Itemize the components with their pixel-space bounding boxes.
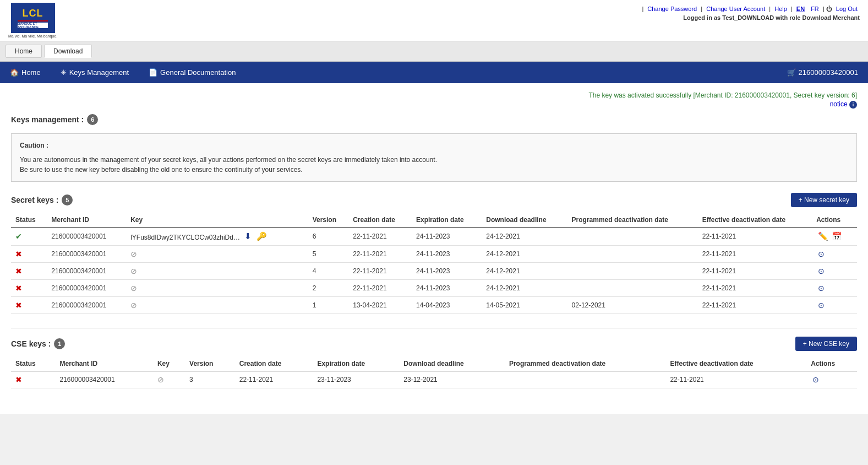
row-version: 6 (308, 228, 349, 246)
row-eff-deactivation: 22-11-2021 (698, 263, 812, 280)
row-expiration-date: 14-04-2023 (412, 297, 482, 314)
home-icon: 🏠 (10, 68, 19, 77)
status-error-icon: ✖ (15, 250, 22, 258)
logged-info: Logged in as Test_DOWNLOAD with role Dow… (683, 14, 860, 21)
row-expiration-date: 24-11-2023 (412, 228, 482, 246)
nav-keys-management[interactable]: ✳ Keys Management (51, 62, 139, 83)
cse-keys-title: CSE keys : (11, 339, 51, 348)
keys-management-count: 6 (87, 114, 98, 125)
cse-row-download-deadline: 23-12-2021 (399, 371, 505, 388)
caution-box: Caution : You are autonomous in the mana… (11, 133, 857, 182)
row-download-deadline: 24-12-2021 (482, 280, 567, 297)
new-secret-key-button[interactable]: + New secret key (791, 193, 857, 207)
cse-col-actions: Actions (806, 356, 857, 371)
row-actions: ⊙ (812, 246, 857, 263)
cse-row-actions: ⊙ (806, 371, 857, 388)
col-status: Status (11, 213, 47, 228)
col-eff-deactivation: Effective deactivation date (698, 213, 812, 228)
col-key: Key (126, 213, 308, 228)
row-version: 1 (308, 297, 349, 314)
nav-home[interactable]: 🏠 Home (0, 62, 51, 83)
cse-keys-title-area: CSE keys : 1 (11, 338, 65, 349)
status-error-icon: ✖ (15, 301, 22, 310)
secret-keys-count: 5 (62, 194, 73, 206)
logo-lcl-text: LCL (23, 8, 43, 19)
tab-download[interactable]: Download (44, 45, 92, 58)
nav-separator4: | (791, 6, 793, 12)
row-key: ⊘ (126, 263, 308, 280)
row-prog-deactivation (567, 263, 698, 280)
cse-col-version: Version (185, 356, 235, 371)
col-creation-date: Creation date (348, 213, 412, 228)
secret-key-row: ✖ 216000003420001 ⊘ 4 22-11-2021 24-11-2… (11, 263, 857, 280)
cse-keys-header: CSE keys : 1 + New CSE key (11, 337, 857, 351)
view-icon[interactable]: ⊙ (818, 301, 825, 310)
row-actions: ✏️📅 (812, 228, 857, 246)
row-status: ✖ (11, 263, 47, 280)
logo-area: LCL BANQUE ET ASSURANCE Ma vie. Ma ville… (8, 3, 57, 38)
cse-col-key: Key (153, 356, 185, 371)
row-eff-deactivation: 22-11-2021 (698, 246, 812, 263)
secret-key-row: ✖ 216000003420001 ⊘ 1 13-04-2021 14-04-2… (11, 297, 857, 314)
cse-key-blocked-icon: ⊘ (157, 375, 164, 384)
row-expiration-date: 24-11-2023 (412, 263, 482, 280)
cse-key-row: ✖ 216000003420001 ⊘ 3 22-11-2021 23-11-2… (11, 371, 857, 388)
cse-keys-table: Status Merchant ID Key Version Creation … (11, 356, 857, 388)
cse-row-creation-date: 22-11-2021 (235, 371, 313, 388)
key-blocked-icon: ⊘ (130, 284, 137, 293)
section-separator (11, 328, 857, 328)
cse-row-eff-deactivation: 22-11-2021 (665, 371, 806, 388)
status-error-icon: ✖ (15, 267, 22, 275)
success-message: The key was activated successfully [Merc… (11, 91, 857, 99)
view-icon[interactable]: ⊙ (818, 267, 825, 275)
new-cse-key-button[interactable]: + New CSE key (795, 337, 857, 351)
nav-separator5: | (823, 6, 825, 12)
cse-col-prog-deactivation: Programmed deactivation date (505, 356, 666, 371)
lang-en-link[interactable]: EN (796, 6, 805, 12)
change-password-link[interactable]: Change Password (647, 6, 697, 12)
blue-nav-merchant-id: 🛒 216000003420001 (777, 62, 868, 83)
cse-row-expiration-date: 23-11-2023 (313, 371, 399, 388)
view-icon[interactable]: ⊙ (818, 250, 825, 258)
row-merchant-id: 216000003420001 (47, 246, 126, 263)
view-icon[interactable]: ⊙ (818, 284, 825, 293)
cse-view-icon[interactable]: ⊙ (812, 375, 819, 384)
nav-merchant-id-value: 216000003420001 (799, 68, 858, 77)
logo-box: LCL BANQUE ET ASSURANCE (11, 3, 55, 33)
secret-keys-table: Status Merchant ID Key Version Creation … (11, 213, 857, 314)
blue-nav: 🏠 Home ✳ Keys Management 📄 General Docum… (0, 62, 868, 83)
nav-docs-label: General Documentation (160, 68, 236, 77)
row-actions: ⊙ (812, 263, 857, 280)
row-actions: ⊙ (812, 297, 857, 314)
logo-subtitle: Ma vie. Ma ville. Ma banque. (8, 34, 57, 38)
tab-home[interactable]: Home (6, 45, 42, 58)
info-icon[interactable]: i (849, 101, 857, 109)
logout-link[interactable]: Log Out (836, 6, 858, 12)
nav-general-docs[interactable]: 📄 General Documentation (139, 62, 245, 83)
secret-keys-title: Secret keys : (11, 196, 58, 204)
col-download-deadline: Download deadline (482, 213, 567, 228)
key-value: lYFus8dIDwy2TKYCLOCw03zhiDdqh... (130, 234, 241, 241)
row-merchant-id: 216000003420001 (47, 263, 126, 280)
caution-line2: Be sure to use the new key before disabl… (20, 165, 848, 175)
download-key-icon[interactable]: ⬇ (244, 231, 252, 241)
edit-icon[interactable]: ✏️ (818, 231, 828, 241)
row-key: ⊘ (126, 280, 308, 297)
cse-row-version: 3 (185, 371, 235, 388)
secret-keys-title-area: Secret keys : 5 (11, 194, 73, 206)
calendar-icon[interactable]: 📅 (832, 231, 842, 241)
change-user-account-link[interactable]: Change User Account (706, 6, 765, 12)
secret-key-row: ✖ 216000003420001 ⊘ 2 22-11-2021 24-11-2… (11, 280, 857, 297)
main-content: The key was activated successfully [Merc… (0, 83, 868, 414)
copy-key-icon[interactable]: 🔑 (256, 231, 267, 241)
nav-keys-label: Keys Management (69, 68, 129, 77)
row-prog-deactivation (567, 280, 698, 297)
cse-keys-header-row: Status Merchant ID Key Version Creation … (11, 356, 857, 371)
row-status: ✖ (11, 280, 47, 297)
lang-fr-link[interactable]: FR (811, 6, 819, 12)
help-link[interactable]: Help (774, 6, 787, 12)
row-expiration-date: 24-11-2023 (412, 246, 482, 263)
cart-icon: 🛒 (787, 68, 796, 77)
notice-link[interactable]: notice (830, 100, 848, 108)
power-icon: ⏻ (826, 6, 832, 12)
